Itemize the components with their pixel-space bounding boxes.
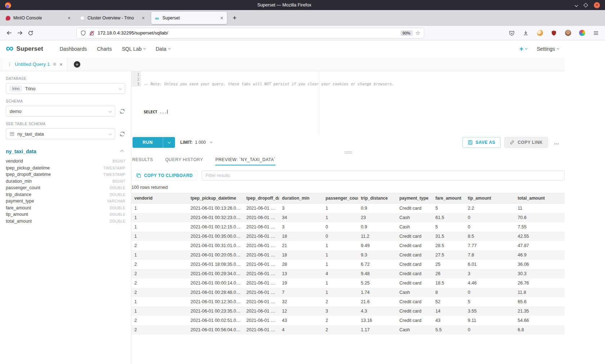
table-cell: 14 bbox=[433, 306, 465, 316]
table-cell: 11.2 bbox=[358, 232, 396, 241]
extension-cookie-button[interactable] bbox=[534, 28, 545, 38]
column-header[interactable]: vendorid bbox=[131, 193, 188, 204]
table-cell: 5.5 bbox=[433, 325, 465, 335]
forward-button[interactable] bbox=[14, 28, 25, 38]
column-header[interactable]: duration_min bbox=[279, 193, 323, 204]
database-select[interactable]: trino Trino bbox=[6, 83, 125, 94]
new-tab-button[interactable]: + bbox=[230, 13, 239, 23]
bookmark-star-icon[interactable]: ☆ bbox=[416, 30, 420, 36]
column-header[interactable]: total_amount bbox=[515, 193, 565, 204]
new-item-button[interactable]: + bbox=[519, 45, 527, 53]
sql-editor[interactable]: 1 2 3 -- Note: Unless you save your quer… bbox=[131, 71, 565, 135]
cookie-extension-icon bbox=[537, 30, 543, 36]
query-tab-title[interactable]: Untitled Query 1 bbox=[15, 62, 50, 67]
query-tab-close-icon[interactable]: × bbox=[60, 62, 63, 67]
limit-dropdown[interactable]: LIMIT: 1 000 bbox=[180, 140, 212, 145]
account-button[interactable] bbox=[563, 28, 573, 38]
insecure-lock-icon[interactable] bbox=[89, 30, 95, 36]
table-cell: 6.72 bbox=[358, 260, 396, 269]
table-cell: 0 bbox=[465, 288, 515, 297]
zoom-indicator[interactable]: 90% bbox=[400, 30, 413, 36]
column-header[interactable]: trip_distance bbox=[358, 193, 396, 204]
table-row: 12021-06-01 00:12:15.0002021-06-01 00:15… bbox=[131, 222, 565, 232]
browser-tab-superset[interactable]: ∞ Superset × bbox=[151, 12, 227, 24]
run-dropdown-button[interactable] bbox=[163, 137, 175, 148]
tab-close-icon[interactable]: × bbox=[220, 15, 224, 21]
panel-resize-handle[interactable] bbox=[131, 150, 565, 155]
refresh-tables-icon[interactable] bbox=[119, 131, 125, 137]
results-table-header-row: vendoridtpep_pickup_datetimetpep_dropoff… bbox=[131, 193, 565, 204]
schema-select[interactable]: demo bbox=[6, 106, 115, 117]
schema-column-row: tpep_pickup_datetime TIMESTAMP bbox=[6, 165, 125, 172]
table-schema-title[interactable]: ny_taxi_data bbox=[6, 149, 36, 154]
results-table-container: vendoridtpep_pickup_datetimetpep_dropoff… bbox=[131, 193, 565, 335]
table-row: 12021-06-01 00:12:30.0002021-06-01 00:45… bbox=[131, 297, 565, 306]
tab-preview[interactable]: PREVIEW: `NY_TAXI_DATA` bbox=[215, 155, 275, 165]
column-header[interactable]: passenger_count bbox=[323, 193, 358, 204]
column-header[interactable]: tpep_dropoff_datetime bbox=[243, 193, 279, 204]
chevron-up-icon[interactable] bbox=[120, 150, 124, 153]
extension-pinwheel-button[interactable] bbox=[577, 28, 587, 38]
table-cell: 46.9 bbox=[515, 250, 565, 260]
window-close-button[interactable]: × bbox=[594, 2, 600, 8]
brand-name[interactable]: Superset bbox=[16, 45, 43, 53]
ublock-button[interactable] bbox=[548, 28, 559, 38]
reload-button[interactable] bbox=[25, 28, 36, 38]
copy-link-button[interactable]: COPY LINK bbox=[504, 137, 548, 148]
ublock-shield-icon bbox=[551, 30, 557, 36]
nav-data[interactable]: Data bbox=[156, 46, 170, 52]
nav-charts[interactable]: Charts bbox=[97, 46, 112, 52]
downloads-button[interactable] bbox=[520, 28, 531, 38]
table-select[interactable]: ny_taxi_data bbox=[6, 128, 115, 139]
table-cell: 30.3 bbox=[515, 269, 565, 278]
column-header[interactable]: tip_amount bbox=[465, 193, 515, 204]
tab-close-icon[interactable]: × bbox=[67, 15, 71, 21]
save-as-button[interactable]: SAVE AS bbox=[462, 137, 501, 148]
run-button[interactable]: RUN bbox=[133, 137, 163, 148]
tab-results[interactable]: RESULTS bbox=[132, 155, 153, 165]
table-cell: 3 bbox=[279, 204, 323, 213]
column-name: vendorid bbox=[6, 159, 23, 164]
column-header[interactable]: fare_amount bbox=[433, 193, 465, 204]
table-cell: 1 bbox=[323, 204, 358, 213]
account-avatar bbox=[565, 30, 571, 36]
back-button[interactable] bbox=[4, 28, 14, 38]
copy-to-clipboard-button[interactable]: COPY TO CLIPBOARD bbox=[131, 170, 197, 181]
table-cell: 1 bbox=[131, 204, 188, 213]
query-tab-active[interactable]: ⋮ Untitled Query 1 × bbox=[3, 58, 67, 71]
window-shade-icon[interactable] bbox=[575, 3, 578, 7]
shield-permissions-icon[interactable] bbox=[80, 30, 86, 36]
column-header[interactable]: tpep_pickup_datetime bbox=[188, 193, 243, 204]
column-name: fare_amount bbox=[6, 205, 31, 210]
table-cell: 5.25 bbox=[358, 278, 396, 288]
more-actions-button[interactable]: ... bbox=[552, 137, 562, 148]
refresh-schemas-icon[interactable] bbox=[119, 108, 125, 114]
app-menu-button[interactable] bbox=[591, 28, 601, 38]
table-cell: 2021-06-01 00:29:34.000 bbox=[188, 269, 243, 278]
table-cell: 34 bbox=[279, 213, 323, 222]
url-text[interactable]: 172.18.0.4:32295/superset/sqllab/ bbox=[98, 30, 398, 36]
browser-tab-minio[interactable]: MinIO Console × bbox=[3, 12, 74, 24]
editor-code-area[interactable]: -- Note: Unless you save your query, the… bbox=[141, 71, 565, 135]
pocket-button[interactable] bbox=[506, 28, 517, 38]
column-header[interactable]: payment_type bbox=[396, 193, 433, 204]
table-cell: 27.5 bbox=[433, 250, 465, 260]
browser-tab-trino[interactable]: Cluster Overview - Trino × bbox=[77, 12, 148, 24]
table-cell: 9.11 bbox=[465, 316, 515, 325]
superset-logo-icon[interactable]: ∞ bbox=[6, 43, 13, 54]
table-cell: 26.76 bbox=[515, 278, 565, 288]
table-cell: 54.66 bbox=[515, 316, 565, 325]
nav-sql-lab[interactable]: SQL Lab bbox=[122, 46, 145, 52]
window-maximize-icon[interactable] bbox=[583, 3, 588, 8]
table-schema-panel-header[interactable]: ny_taxi_data bbox=[6, 149, 125, 154]
settings-menu[interactable]: Settings bbox=[537, 46, 559, 52]
editor-line-numbers: 1 2 3 bbox=[131, 71, 141, 135]
table-cell: 13 bbox=[279, 269, 323, 278]
filter-results-input[interactable] bbox=[202, 170, 565, 181]
tab-close-icon[interactable]: × bbox=[141, 15, 145, 21]
new-query-tab-button[interactable]: + bbox=[74, 61, 80, 68]
drag-handle-icon[interactable]: ⋮ bbox=[7, 62, 12, 67]
tab-query-history[interactable]: QUERY HISTORY bbox=[165, 155, 203, 165]
url-bar[interactable]: 172.18.0.4:32295/superset/sqllab/ 90% ☆ bbox=[76, 28, 424, 38]
nav-dashboards[interactable]: Dashboards bbox=[60, 46, 87, 52]
